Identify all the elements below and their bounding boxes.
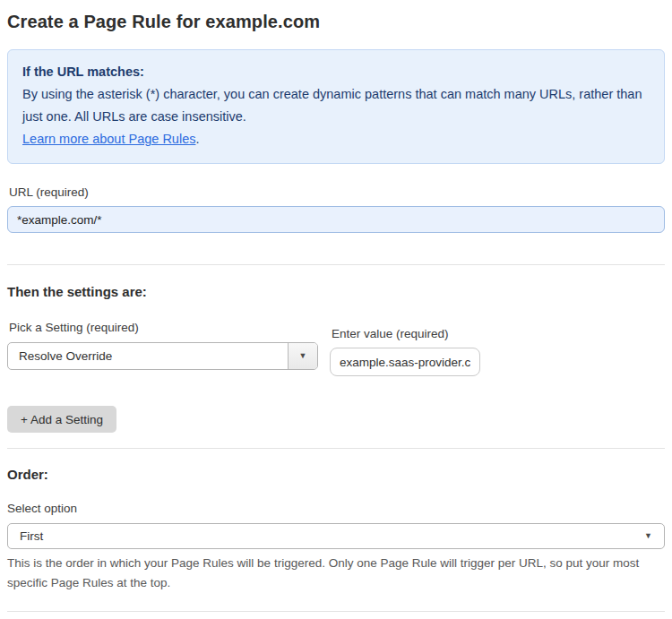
info-link-line: Learn more about Page Rules. bbox=[22, 128, 650, 150]
learn-more-link[interactable]: Learn more about Page Rules bbox=[22, 132, 195, 146]
settings-row: Pick a Setting (required) Resolve Overri… bbox=[7, 299, 665, 376]
chevron-down-icon: ▼ bbox=[644, 532, 652, 540]
url-field-label: URL (required) bbox=[9, 185, 665, 199]
section-divider bbox=[7, 448, 665, 449]
setting-value-column: Enter value (required) bbox=[330, 305, 480, 376]
info-body-text: By using the asterisk (*) character, you… bbox=[22, 83, 650, 128]
setting-select-dropdown[interactable]: Resolve Override ▼ bbox=[7, 342, 318, 370]
section-divider bbox=[7, 264, 665, 265]
setting-select-label: Pick a Setting (required) bbox=[9, 321, 330, 334]
link-suffix: . bbox=[195, 132, 199, 146]
page-title: Create a Page Rule for example.com bbox=[7, 12, 665, 32]
info-heading: If the URL matches: bbox=[22, 61, 650, 83]
url-input[interactable] bbox=[7, 206, 665, 233]
chevron-down-icon: ▼ bbox=[299, 352, 307, 360]
settings-section-heading: Then the settings are: bbox=[7, 284, 665, 299]
setting-select-value: Resolve Override bbox=[8, 349, 288, 363]
add-setting-button[interactable]: + Add a Setting bbox=[7, 406, 116, 433]
url-match-info-callout: If the URL matches: By using the asteris… bbox=[7, 49, 665, 164]
value-input-label: Enter value (required) bbox=[332, 327, 480, 340]
setting-select-arrow-button[interactable]: ▼ bbox=[288, 343, 317, 369]
order-section-heading: Order: bbox=[7, 467, 665, 482]
page-rule-form: Create a Page Rule for example.com If th… bbox=[0, 0, 672, 619]
order-select-label: Select option bbox=[7, 502, 665, 515]
order-select-value: First bbox=[20, 529, 43, 543]
setting-value-input[interactable] bbox=[330, 348, 480, 376]
order-help-text: This is the order in which your Page Rul… bbox=[7, 554, 652, 593]
setting-select-column: Pick a Setting (required) Resolve Overri… bbox=[7, 299, 330, 376]
footer-divider bbox=[7, 611, 665, 612]
order-select-dropdown[interactable]: First ▼ bbox=[7, 523, 665, 549]
